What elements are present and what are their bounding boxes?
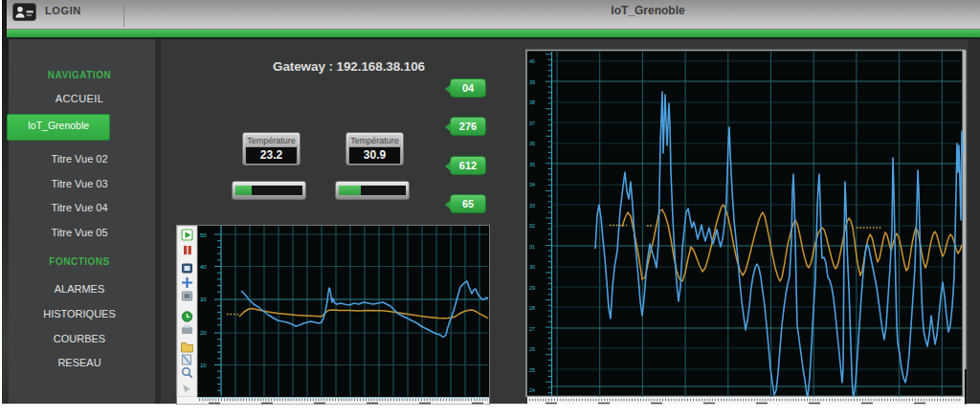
svg-text:25: 25	[529, 367, 535, 373]
svg-text:35: 35	[529, 162, 535, 167]
svg-text:40: 40	[200, 264, 207, 270]
svg-text:30: 30	[529, 264, 535, 270]
svg-text:28: 28	[529, 305, 535, 311]
svg-text:24: 24	[529, 387, 535, 393]
svg-text:34: 34	[529, 182, 535, 187]
svg-text:37: 37	[529, 121, 535, 126]
svg-text:39: 39	[529, 79, 535, 85]
svg-text:31: 31	[529, 244, 535, 250]
svg-text:36: 36	[529, 141, 535, 146]
svg-text:26: 26	[529, 346, 535, 352]
svg-text:40: 40	[529, 58, 535, 64]
svg-text:33: 33	[529, 203, 535, 209]
svg-text:27: 27	[529, 326, 535, 332]
svg-text:38: 38	[529, 99, 535, 105]
svg-text:30: 30	[200, 297, 207, 302]
svg-text:32: 32	[529, 223, 535, 229]
svg-text:50: 50	[200, 232, 207, 238]
svg-text:29: 29	[529, 285, 535, 291]
svg-text:10: 10	[200, 363, 207, 368]
svg-text:20: 20	[200, 330, 207, 336]
